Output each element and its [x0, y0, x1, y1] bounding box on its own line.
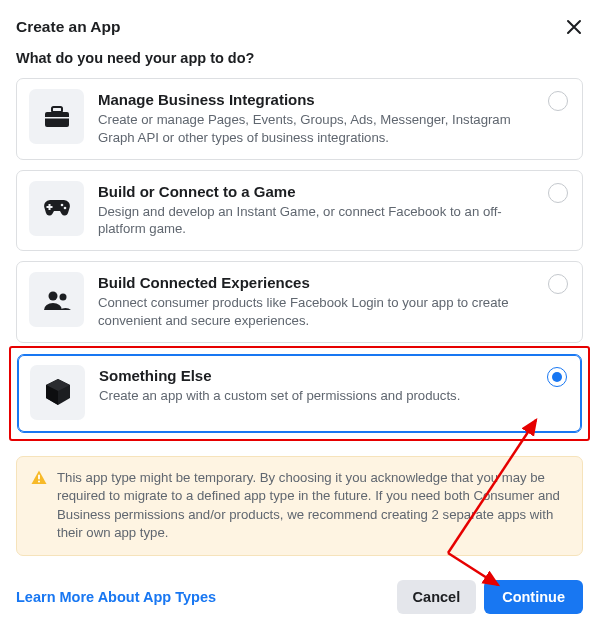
svg-point-10	[38, 480, 40, 482]
option-title: Build or Connect to a Game	[98, 183, 534, 200]
gamepad-icon	[29, 181, 84, 236]
option-something-else[interactable]: Something Else Create an app with a cust…	[17, 354, 582, 433]
close-icon	[566, 19, 582, 35]
option-desc: Connect consumer products like Facebook …	[98, 294, 534, 330]
cancel-button[interactable]: Cancel	[397, 580, 477, 614]
close-button[interactable]	[565, 18, 583, 36]
dialog-title: Create an App	[16, 18, 121, 36]
svg-rect-1	[52, 107, 62, 112]
radio-icon	[548, 274, 568, 294]
option-desc: Create or manage Pages, Events, Groups, …	[98, 111, 534, 147]
create-app-dialog: Create an App What do you need your app …	[0, 0, 599, 627]
warning-notice: This app type might be temporary. By cho…	[16, 456, 583, 556]
option-title: Manage Business Integrations	[98, 91, 534, 108]
option-game[interactable]: Build or Connect to a Game Design and de…	[16, 170, 583, 252]
option-title: Build Connected Experiences	[98, 274, 534, 291]
cube-icon	[30, 365, 85, 420]
svg-point-6	[63, 207, 66, 210]
option-title: Something Else	[99, 367, 533, 384]
svg-rect-2	[45, 117, 69, 119]
learn-more-link[interactable]: Learn More About App Types	[16, 589, 216, 605]
svg-rect-9	[38, 474, 40, 479]
question-text: What do you need your app to do?	[16, 50, 583, 66]
option-desc: Design and develop an Instant Game, or c…	[98, 203, 534, 239]
briefcase-icon	[29, 89, 84, 144]
svg-point-7	[48, 291, 57, 300]
option-desc: Create an app with a custom set of permi…	[99, 387, 533, 405]
radio-icon	[548, 91, 568, 111]
option-list: Manage Business Integrations Create or m…	[16, 78, 583, 434]
option-manage-business[interactable]: Manage Business Integrations Create or m…	[16, 78, 583, 160]
people-icon	[29, 272, 84, 327]
annotation-highlight: Something Else Create an app with a cust…	[9, 346, 590, 441]
option-connected-experiences[interactable]: Build Connected Experiences Connect cons…	[16, 261, 583, 343]
warning-icon	[31, 470, 47, 543]
radio-icon	[547, 367, 567, 387]
notice-text: This app type might be temporary. By cho…	[57, 469, 568, 543]
svg-rect-4	[46, 206, 52, 208]
svg-point-8	[59, 293, 66, 300]
svg-point-5	[60, 204, 63, 207]
radio-icon	[548, 183, 568, 203]
svg-rect-0	[45, 112, 69, 127]
continue-button[interactable]: Continue	[484, 580, 583, 614]
